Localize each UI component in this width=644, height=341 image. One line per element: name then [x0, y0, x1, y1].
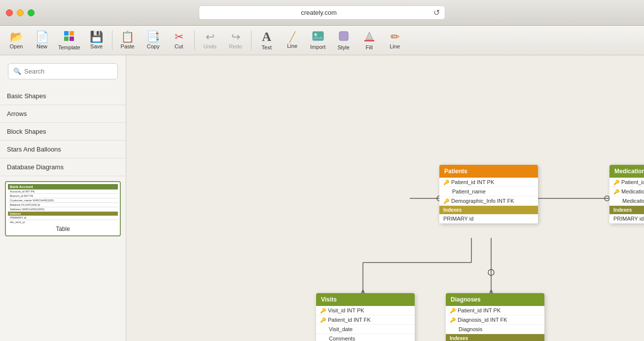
text-button[interactable]: A Text — [254, 27, 279, 54]
canvas-area[interactable]: Patients 🔑 Patient_id INT PK Patient_nam… — [126, 55, 644, 341]
medication-row-1: 🔑 Medication_id INT FK — [609, 187, 644, 196]
sidebar-item-database-diagrams[interactable]: Database Diagrams — [0, 158, 126, 176]
sidebar-item-arrows[interactable]: Arrows — [0, 105, 126, 123]
fill-button[interactable]: Fill — [357, 27, 382, 54]
patients-indexes-header: Indexes — [439, 206, 538, 214]
patients-row-2: 🔑 Demographic_Info INT FK — [439, 196, 538, 206]
thumbnail-row-1: Branch_id INT FK — [8, 194, 118, 198]
medication-indexes-header: Indexes — [609, 206, 644, 214]
thumbnail-row-2: Customer_name VARCHAR(100) — [8, 198, 118, 203]
title-bar: creately.com ↺ — [0, 0, 644, 26]
new-label: New — [36, 43, 47, 49]
svg-rect-8 — [364, 40, 374, 41]
med-key-icon-0: 🔑 — [613, 180, 619, 185]
line-label: Line — [287, 43, 297, 49]
fill-label: Fill — [366, 44, 373, 50]
minimize-button[interactable] — [17, 9, 24, 16]
text-label: Text — [262, 44, 272, 50]
thumbnail-row-4: Address VARCHAR(1000) — [8, 207, 118, 212]
paste-button[interactable]: 📋 Paste — [115, 27, 140, 54]
separator-3 — [251, 31, 251, 50]
sidebar-item-stars-balloons[interactable]: Stars And Balloons — [0, 141, 126, 158]
diag-key-icon-0: 🔑 — [450, 308, 456, 313]
sidebar: 🔍 Basic Shapes Arrows Block Shapes Stars… — [0, 55, 126, 341]
visits-key-icon-0: 🔑 — [320, 308, 326, 313]
undo-icon: ↩ — [206, 32, 215, 42]
undo-button[interactable]: ↩ Undo — [198, 27, 222, 54]
template-button[interactable]: Template — [55, 27, 83, 54]
save-icon: 💾 — [90, 32, 103, 42]
svg-rect-1 — [70, 31, 74, 36]
thumbnail-image: Bank Account Account_id INT PK Branch_id… — [8, 184, 118, 224]
svg-rect-4 — [313, 32, 323, 40]
toolbar: 📂 Open 📄 New Template 💾 Save 📋 Paste 📑 C… — [0, 26, 644, 55]
save-button[interactable]: 💾 Save — [84, 27, 109, 54]
svg-rect-3 — [70, 37, 74, 41]
thumbnail-header: Bank Account — [8, 184, 118, 189]
visits-row-2: Visit_date — [316, 325, 415, 334]
svg-point-21 — [488, 269, 494, 275]
visits-table[interactable]: Visits 🔑 Visit_id INT PK 🔑 Patient_id IN… — [316, 293, 415, 341]
text-icon: A — [262, 31, 271, 43]
redo-button[interactable]: ↪ Redo — [223, 27, 248, 54]
search-input[interactable] — [24, 68, 112, 75]
url-bar[interactable]: creately.com ↺ — [199, 5, 445, 20]
patients-table[interactable]: Patients 🔑 Patient_id INT PK Patient_nam… — [439, 165, 538, 224]
new-icon: 📄 — [36, 32, 49, 42]
diagnoses-row-1: 🔑 Diagnosis_id INT FK — [446, 315, 544, 325]
line-tool-icon: ✏ — [391, 32, 399, 42]
line-tool-button[interactable]: ✏ Line — [383, 27, 407, 54]
patients-row-1: Patient_name — [439, 187, 538, 196]
style-icon — [338, 31, 350, 43]
visits-row-0: 🔑 Visit_id INT PK — [316, 306, 415, 315]
open-button[interactable]: 📂 Open — [4, 27, 29, 54]
patients-index-0: PRIMARY id — [439, 214, 538, 224]
paste-label: Paste — [121, 43, 135, 49]
open-label: Open — [10, 43, 23, 49]
line-button[interactable]: ╱ Line — [280, 27, 305, 54]
maximize-button[interactable] — [28, 9, 35, 16]
refresh-button[interactable]: ↺ — [433, 8, 440, 17]
url-text: creately.com — [204, 9, 433, 16]
new-button[interactable]: 📄 New — [30, 27, 54, 54]
traffic-lights — [6, 9, 35, 16]
search-bar[interactable]: 🔍 — [8, 63, 118, 79]
medication-index-0: PRIMARY id — [609, 214, 644, 224]
line-icon: ╱ — [289, 32, 295, 42]
key-icon-2: 🔑 — [443, 198, 449, 204]
svg-rect-2 — [64, 37, 69, 41]
svg-rect-7 — [339, 32, 348, 40]
medication-table[interactable]: Medication 🔑 Patient_id INT PK 🔑 Medicat… — [609, 165, 644, 224]
medication-table-body: 🔑 Patient_id INT PK 🔑 Medication_id INT … — [609, 178, 644, 224]
thumbnail-row-3: Balance FLOAT(100,3) — [8, 203, 118, 207]
visits-row-3: Comments — [316, 334, 415, 341]
separator-1 — [112, 31, 112, 50]
table-thumbnail[interactable]: Bank Account Account_id INT PK Branch_id… — [5, 181, 121, 236]
diagnoses-indexes-header: Indexes — [446, 334, 544, 341]
thumbnail-label: Table — [8, 224, 118, 233]
sidebar-item-basic-shapes[interactable]: Basic Shapes — [0, 87, 126, 105]
template-label: Template — [58, 44, 80, 50]
redo-icon: ↪ — [231, 32, 240, 42]
diagnoses-table-header: Diagnoses — [446, 293, 544, 306]
visits-table-header: Visits — [316, 293, 415, 306]
visits-row-1: 🔑 Patient_id INT FK — [316, 315, 415, 325]
sidebar-item-block-shapes[interactable]: Block Shapes — [0, 123, 126, 141]
import-button[interactable]: Import — [306, 27, 330, 54]
patients-table-body: 🔑 Patient_id INT PK Patient_name 🔑 Demog… — [439, 178, 538, 224]
copy-button[interactable]: 📑 Copy — [141, 27, 166, 54]
close-button[interactable] — [6, 9, 13, 16]
diagnoses-table[interactable]: Diagnoses 🔑 Patient_id INT PK 🔑 Diagnosi… — [446, 293, 544, 341]
medication-row-0: 🔑 Patient_id INT PK — [609, 178, 644, 187]
style-button[interactable]: Style — [331, 27, 356, 54]
redo-label: Redo — [229, 43, 242, 49]
thumbnail-index-1: Idx_acct_yr — [8, 220, 118, 224]
diagnoses-table-body: 🔑 Patient_id INT PK 🔑 Diagnosis_id INT F… — [446, 306, 544, 341]
svg-point-5 — [314, 33, 317, 36]
cut-label: Cut — [175, 43, 183, 49]
cut-button[interactable]: ✂ Cut — [167, 27, 191, 54]
separator-2 — [194, 31, 195, 50]
cut-icon: ✂ — [175, 32, 183, 42]
patients-table-header: Patients — [439, 165, 538, 178]
patients-row-0: 🔑 Patient_id INT PK — [439, 178, 538, 187]
